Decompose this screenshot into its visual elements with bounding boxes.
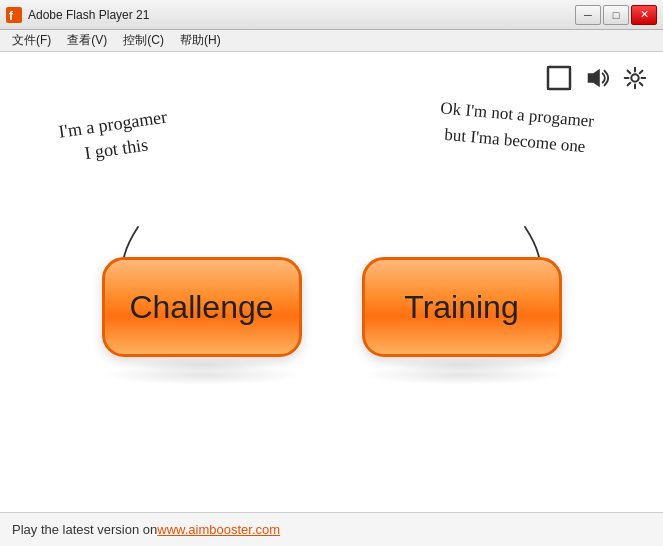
left-label-line2: I got this: [83, 135, 149, 164]
app-icon: f: [6, 7, 22, 23]
maximize-button[interactable]: □: [603, 5, 629, 25]
minimize-button[interactable]: ─: [575, 5, 601, 25]
buttons-row: Challenge Training: [0, 257, 663, 385]
fullscreen-svg: [546, 65, 572, 91]
menu-view[interactable]: 查看(V): [59, 30, 115, 51]
status-prefix: Play the latest version on: [12, 522, 157, 537]
left-label: I'm a progamer I got this: [57, 105, 172, 170]
settings-icon[interactable]: [621, 64, 649, 92]
training-button[interactable]: Training: [362, 257, 562, 357]
svg-rect-2: [548, 67, 570, 89]
right-label-line2: but I'ma become one: [444, 124, 586, 155]
close-button[interactable]: ✕: [631, 5, 657, 25]
title-bar: f Adobe Flash Player 21 ─ □ ✕: [0, 0, 663, 30]
svg-point-4: [631, 74, 638, 81]
volume-svg: [584, 65, 610, 91]
menu-bar: 文件(F) 查看(V) 控制(C) 帮助(H): [0, 30, 663, 52]
status-link[interactable]: www.aimbooster.com: [157, 522, 280, 537]
menu-control[interactable]: 控制(C): [115, 30, 172, 51]
menu-file[interactable]: 文件(F): [4, 30, 59, 51]
right-label: Ok I'm not a progamer but I'ma become on…: [437, 95, 595, 159]
flash-toolbar: [545, 64, 649, 92]
challenge-button[interactable]: Challenge: [102, 257, 302, 357]
gear-svg: [622, 65, 648, 91]
flash-content: I'm a progamer I got this Ok I'm not a p…: [0, 52, 663, 512]
menu-help[interactable]: 帮助(H): [172, 30, 229, 51]
status-bar: Play the latest version on www.aimbooste…: [0, 512, 663, 546]
svg-marker-3: [588, 69, 600, 88]
volume-icon[interactable]: [583, 64, 611, 92]
window-title: Adobe Flash Player 21: [28, 8, 575, 22]
window-controls: ─ □ ✕: [575, 5, 657, 25]
fullscreen-icon[interactable]: [545, 64, 573, 92]
left-label-line1: I'm a progamer: [57, 107, 168, 142]
